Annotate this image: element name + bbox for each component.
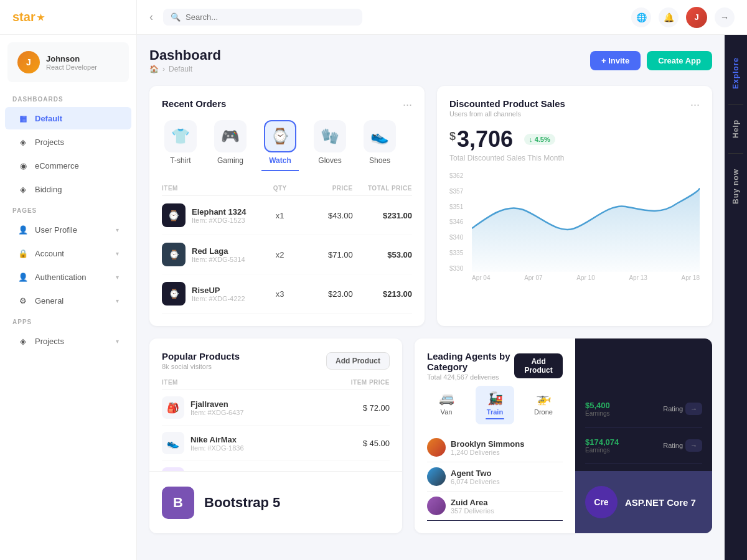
recent-orders-title: Recent Orders bbox=[162, 98, 226, 109]
col-price: PRICE bbox=[308, 185, 353, 192]
agent-tab-drone[interactable]: 🚁 Drone bbox=[524, 386, 563, 424]
user-avatar-btn[interactable]: J bbox=[686, 7, 707, 28]
divider bbox=[728, 153, 743, 154]
agent-tab-van[interactable]: 🚐 Van bbox=[427, 386, 466, 424]
pp-item-details: Nike AirMax Item: #XDG-1836 bbox=[190, 435, 244, 452]
agent-tab-label: Train bbox=[487, 408, 503, 416]
avatar: J bbox=[17, 51, 40, 73]
sidebar-item-label: Default bbox=[35, 114, 62, 123]
popular-products-subtitle: 8k social visitors bbox=[162, 363, 240, 370]
pp-item-info: 👟 Nike AirMax Item: #XDG-1836 bbox=[162, 432, 311, 454]
sidebar-item-general[interactable]: ⚙ General ▾ bbox=[5, 289, 131, 312]
item-qty: x3 bbox=[257, 289, 303, 299]
discounted-sales-card: Discounted Product Sales Users from all … bbox=[437, 86, 712, 326]
chevron-down-icon: ▾ bbox=[116, 338, 119, 345]
create-app-button[interactable]: Create App bbox=[647, 51, 712, 70]
rating-button[interactable]: → bbox=[685, 439, 702, 452]
sidebar-item-user-profile[interactable]: 👤 User Profile ▾ bbox=[5, 218, 131, 241]
bootstrap-icon: B bbox=[162, 487, 194, 519]
order-tabs: 👕 T-shirt 🎮 Gaming ⌚ Watch 🧤 bbox=[162, 120, 412, 171]
item-total: $213.00 bbox=[358, 289, 412, 299]
rating-button[interactable]: → bbox=[685, 403, 702, 415]
agent-tab-train[interactable]: 🚂 Train bbox=[476, 386, 514, 424]
user-profile-card[interactable]: J Johnson React Developer bbox=[7, 42, 129, 82]
shoes-icon: 👟 bbox=[162, 432, 184, 454]
buy-now-button[interactable]: Buy now bbox=[726, 159, 745, 214]
invite-button[interactable]: + Invite bbox=[590, 51, 641, 70]
tab-gloves[interactable]: 🧤 Gloves bbox=[311, 120, 349, 171]
agent-avatar bbox=[427, 467, 446, 486]
item-sku: Item: #XDG-5314 bbox=[192, 256, 245, 263]
gaming-icon: 🎮 bbox=[214, 120, 247, 152]
orders-table: ITEM QTY PRICE TOTAL PRICE ⌚ Elephant 13… bbox=[162, 181, 412, 314]
add-product-button[interactable]: Add Product bbox=[326, 352, 390, 370]
shoes-icon: 👟 bbox=[364, 120, 396, 152]
add-product-btn-2[interactable]: Add Product bbox=[514, 353, 563, 378]
item-sku: Item: #XDG-1523 bbox=[192, 217, 246, 224]
van-icon: 🚐 bbox=[439, 391, 454, 406]
globe-icon-btn[interactable]: 🌐 bbox=[631, 7, 651, 27]
item-total: $53.00 bbox=[358, 250, 412, 259]
item-details: Elephant 1324 Item: #XDG-1523 bbox=[192, 207, 246, 224]
sidebar-item-ecommerce[interactable]: ◉ eCommerce bbox=[5, 154, 131, 177]
item-price: $23.00 bbox=[308, 289, 353, 299]
agent-earnings: $5,400 bbox=[585, 401, 610, 410]
page-header: Dashboard 🏠 › Default + Invite Create Ap… bbox=[149, 47, 712, 73]
collapse-button[interactable]: ‹ bbox=[149, 11, 153, 24]
tab-gaming-label: Gaming bbox=[217, 156, 243, 165]
aspnet-overlay: Cre ASP.NET Core 7 bbox=[575, 471, 712, 533]
shop-icon: ◉ bbox=[17, 160, 29, 171]
y-label: $346 bbox=[449, 218, 463, 225]
rating-label: Rating bbox=[663, 442, 683, 449]
pp-item-info: 🎒 Fjallraven Item: #XDG-6437 bbox=[162, 396, 311, 419]
user-icon: 👤 bbox=[17, 224, 29, 235]
breadcrumb-separator: › bbox=[162, 65, 165, 73]
section-dashboards: DASHBOARDS bbox=[0, 90, 136, 106]
tshirt-icon: 👕 bbox=[164, 120, 197, 152]
tab-shoes[interactable]: 👟 Shoes bbox=[361, 120, 398, 171]
x-label: Apr 18 bbox=[682, 274, 700, 281]
main-wrap: ‹ 🔍 🌐 🔔 J → Dashboard 🏠 › Default bbox=[137, 0, 747, 560]
recent-orders-menu[interactable]: ··· bbox=[403, 98, 412, 111]
item-info: ⌚ Elephant 1324 Item: #XDG-1523 bbox=[162, 203, 252, 227]
page-actions: + Invite Create App bbox=[590, 51, 712, 70]
table-row: ⌚ Elephant 1324 Item: #XDG-1523 x1 $43.0… bbox=[162, 196, 412, 235]
sidebar-item-bidding[interactable]: ◈ Bidding bbox=[5, 178, 131, 200]
search-input[interactable] bbox=[186, 12, 355, 22]
sidebar-item-account[interactable]: 🔒 Account ▾ bbox=[5, 242, 131, 264]
sidebar-item-label: eCommerce bbox=[35, 161, 79, 170]
notification-icon-btn[interactable]: 🔔 bbox=[659, 7, 679, 27]
sidebar-item-authentication[interactable]: 👤 Authentication ▾ bbox=[5, 266, 131, 288]
item-details: Red Laga Item: #XDG-5314 bbox=[192, 246, 245, 263]
tab-gloves-label: Gloves bbox=[318, 156, 341, 165]
sidebar-item-projects[interactable]: ◈ Projects bbox=[5, 131, 131, 153]
popular-products-title: Popular Products bbox=[162, 351, 240, 362]
sidebar-item-projects-app[interactable]: ◈ Projects ▾ bbox=[5, 330, 131, 352]
tab-watch-label: Watch bbox=[269, 156, 291, 165]
grid-icon: ▦ bbox=[17, 113, 29, 124]
sales-number: 3,706 bbox=[457, 126, 513, 152]
explore-button[interactable]: Explore bbox=[726, 47, 745, 99]
arrow-right-icon-btn[interactable]: → bbox=[715, 7, 735, 27]
logo-text: star bbox=[12, 10, 35, 24]
pp-item-price: $ 72.00 bbox=[316, 403, 390, 413]
tab-watch[interactable]: ⌚ Watch bbox=[261, 120, 299, 171]
agent-name: Zuid Area bbox=[451, 498, 563, 507]
item-price: $43.00 bbox=[308, 211, 353, 220]
pp-item-sku: Item: #XDG-1836 bbox=[190, 444, 244, 452]
sidebar-item-default[interactable]: ▦ Default bbox=[5, 107, 131, 129]
leading-agents-section: Leading Agents by Category Total 424,567… bbox=[415, 338, 712, 533]
agent-earnings-row: $5,400 Earnings Rating → bbox=[585, 391, 702, 427]
page-title: Dashboard bbox=[149, 47, 221, 63]
sales-menu[interactable]: ··· bbox=[690, 98, 700, 111]
x-label: Apr 13 bbox=[629, 274, 647, 281]
breadcrumb: 🏠 › Default bbox=[149, 65, 221, 73]
tab-tshirt[interactable]: 👕 T-shirt bbox=[162, 120, 199, 171]
drone-icon: 🚁 bbox=[536, 391, 552, 406]
item-info: ⌚ RiseUP Item: #XDG-4222 bbox=[162, 282, 252, 306]
help-button[interactable]: Help bbox=[726, 110, 745, 148]
bootstrap-text: Bootstrap 5 bbox=[204, 495, 280, 511]
tab-gaming[interactable]: 🎮 Gaming bbox=[212, 120, 249, 171]
rating-label: Rating bbox=[663, 405, 683, 413]
pp-item-price: $ 45.00 bbox=[316, 439, 390, 448]
